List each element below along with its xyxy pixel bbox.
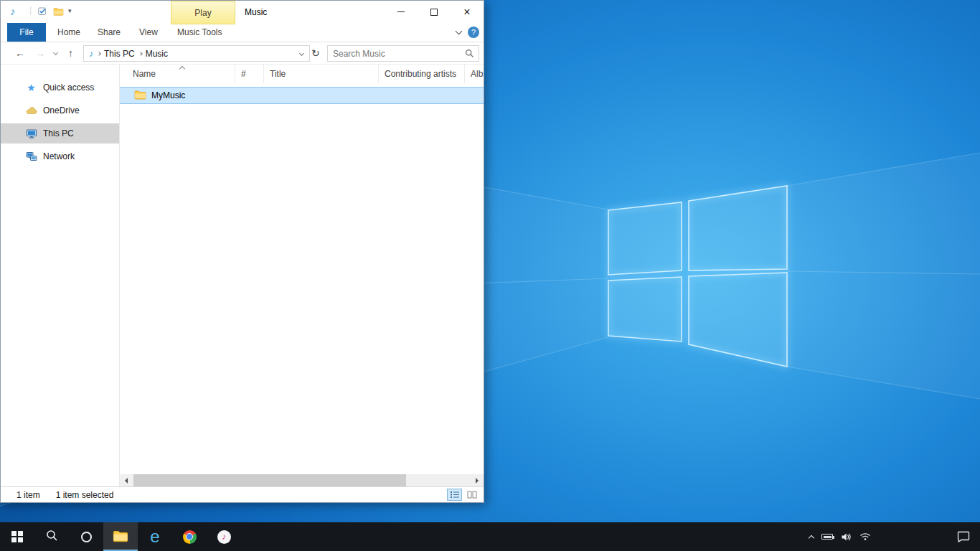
address-dropdown-caret-icon[interactable]	[299, 51, 304, 56]
details-view-button[interactable]	[447, 489, 462, 501]
action-center-button[interactable]	[947, 522, 980, 551]
sidebar-item-label: This PC	[43, 128, 74, 138]
taskbar: e ♪	[0, 522, 980, 551]
column-label: Name	[133, 69, 156, 79]
help-button[interactable]: ?	[468, 27, 479, 38]
contextual-tab-play[interactable]: Play	[171, 1, 235, 24]
qat-customize-caret-icon[interactable]: ▾	[68, 7, 72, 14]
cortana-icon	[81, 532, 92, 542]
recent-locations-caret-icon[interactable]	[53, 50, 58, 55]
scroll-left-arrow[interactable]	[120, 474, 132, 486]
itunes-icon: ♪	[217, 530, 231, 544]
sidebar-item-label: OneDrive	[43, 105, 80, 116]
battery-icon	[821, 534, 833, 540]
column-label: #	[241, 69, 246, 79]
sort-ascending-icon	[179, 66, 185, 72]
battery-indicator[interactable]	[821, 534, 833, 540]
item-count: 1 item	[17, 490, 40, 500]
itunes-button[interactable]: ♪	[207, 522, 241, 551]
speaker-icon	[841, 532, 852, 542]
chevron-up-icon	[809, 534, 814, 540]
sidebar-item-onedrive[interactable]: OneDrive	[1, 100, 119, 121]
selection-count: 1 item selected	[56, 490, 114, 500]
tab-home[interactable]: Home	[57, 27, 80, 37]
sidebar-item-network[interactable]: Network	[1, 146, 119, 166]
close-button[interactable]: ×	[451, 1, 484, 23]
up-button[interactable]: ↑	[68, 47, 73, 59]
title-bar[interactable]: ♪ | ▾ Play Music ×	[1, 1, 484, 23]
taskbar-search-button[interactable]	[34, 522, 69, 551]
breadcrumb-music[interactable]: Music	[146, 49, 168, 59]
breadcrumb-chevron-icon[interactable]	[138, 52, 143, 56]
sidebar-item-quick-access[interactable]: ★ Quick access	[1, 77, 119, 98]
address-bar[interactable]: ♪ This PC Music	[83, 45, 310, 62]
window-title: Music	[245, 7, 267, 17]
explorer-content: ★ Quick access OneDrive This PC	[1, 65, 484, 486]
sidebar-item-label: Network	[43, 151, 75, 161]
start-button[interactable]	[0, 522, 34, 551]
desktop: ♪ | ▾ Play Music × File Home Share	[0, 0, 980, 551]
volume-indicator[interactable]	[841, 532, 852, 542]
tab-view[interactable]: View	[139, 27, 158, 37]
action-center-icon	[957, 531, 970, 542]
network-icon	[25, 151, 37, 161]
status-bar: 1 item 1 item selected	[1, 486, 484, 502]
sidebar-item-label: Quick access	[43, 83, 94, 93]
contextual-tab-play-label: Play	[194, 8, 211, 18]
search-icon	[46, 529, 58, 544]
onedrive-cloud-icon	[25, 106, 37, 115]
refresh-button[interactable]: ↻	[311, 47, 320, 59]
search-input[interactable]	[328, 49, 465, 59]
cortana-button[interactable]	[69, 522, 103, 551]
forward-button[interactable]: →	[35, 47, 45, 59]
tab-share[interactable]: Share	[98, 27, 121, 37]
folder-icon	[134, 90, 146, 102]
chrome-button[interactable]	[172, 522, 207, 551]
tab-file[interactable]: File	[7, 23, 46, 42]
file-list-pane: Name # Title Contributing artists Alb	[120, 65, 484, 486]
qat-properties-icon[interactable]	[38, 6, 47, 18]
breadcrumb-this-pc[interactable]: This PC	[104, 49, 135, 59]
file-row-mymusic[interactable]: MyMusic	[120, 87, 484, 104]
quick-access-star-icon: ★	[25, 83, 37, 93]
taskbar-file-explorer-button[interactable]	[103, 522, 138, 551]
column-header-album[interactable]: Alb	[465, 65, 484, 83]
system-tray	[809, 522, 871, 551]
sidebar-item-this-pc[interactable]: This PC	[1, 123, 119, 143]
large-icons-view-button[interactable]	[464, 489, 479, 501]
expand-ribbon-chevron-icon[interactable]	[456, 28, 463, 35]
breadcrumb-chevron-icon	[97, 52, 101, 56]
qat-separator: |	[29, 5, 32, 15]
maximize-button[interactable]	[418, 1, 451, 23]
ribbon-tab-strip: File Home Share View Music Tools ?	[1, 23, 484, 42]
column-header-name[interactable]: Name	[120, 65, 235, 83]
hidden-icons-button[interactable]	[809, 534, 814, 540]
window-controls: ×	[385, 1, 484, 23]
file-explorer-window: ♪ | ▾ Play Music × File Home Share	[0, 0, 484, 503]
navigation-pane: ★ Quick access OneDrive This PC	[1, 65, 120, 486]
search-box[interactable]	[327, 45, 479, 62]
search-icon[interactable]	[465, 49, 474, 58]
chrome-icon	[183, 530, 197, 544]
column-label: Alb	[471, 69, 483, 79]
column-header-number[interactable]: #	[235, 65, 264, 83]
close-icon: ×	[463, 6, 470, 18]
tab-music-tools[interactable]: Music Tools	[177, 27, 222, 37]
music-note-icon: ♪	[10, 6, 16, 17]
column-header-title[interactable]: Title	[264, 65, 379, 83]
address-bar-row: ← → ↑ ♪ This PC Music ↻	[1, 42, 484, 65]
scrollbar-thumb[interactable]	[133, 474, 406, 486]
windows-logo-icon	[11, 531, 23, 542]
horizontal-scrollbar[interactable]	[120, 474, 484, 486]
internet-explorer-button[interactable]: e	[138, 522, 172, 551]
internet-explorer-icon: e	[150, 528, 159, 545]
scroll-right-arrow[interactable]	[471, 474, 484, 486]
column-header-contributing-artists[interactable]: Contributing artists	[379, 65, 465, 83]
column-label: Title	[270, 69, 286, 79]
column-label: Contributing artists	[385, 69, 456, 79]
view-toggles	[447, 489, 479, 501]
qat-new-folder-icon[interactable]	[53, 7, 64, 18]
network-indicator[interactable]	[859, 532, 871, 541]
minimize-button[interactable]	[385, 1, 418, 23]
back-button[interactable]: ←	[15, 47, 25, 59]
